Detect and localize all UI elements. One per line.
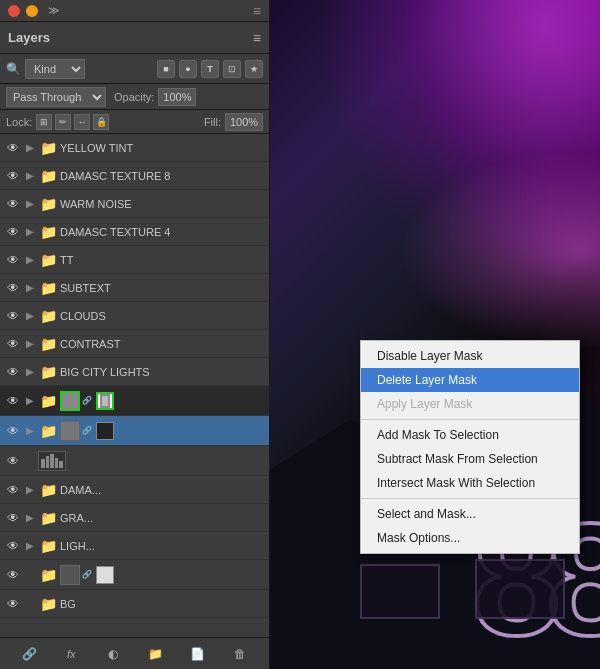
shape-filter-icon[interactable]: ⊡ bbox=[223, 60, 241, 78]
visibility-icon[interactable]: 👁 bbox=[4, 537, 22, 555]
fill-input[interactable] bbox=[225, 113, 263, 131]
layer-gra[interactable]: 👁 ▶ 📁 GRA... bbox=[0, 504, 269, 532]
visibility-icon[interactable]: 👁 bbox=[4, 223, 22, 241]
layer-damasc-4[interactable]: 👁 ▶ 📁 DAMASC TEXTURE 4 bbox=[0, 218, 269, 246]
visibility-icon[interactable]: 👁 bbox=[4, 595, 22, 613]
visibility-icon[interactable]: 👁 bbox=[4, 422, 22, 440]
visibility-icon[interactable]: 👁 bbox=[4, 392, 22, 410]
expand-arrow-icon[interactable]: ▶ bbox=[24, 195, 36, 213]
expand-arrow-icon[interactable]: ▶ bbox=[24, 392, 36, 410]
context-menu-disable-mask[interactable]: Disable Layer Mask bbox=[361, 344, 579, 368]
panel-menu-icon[interactable]: ≡ bbox=[253, 3, 261, 19]
expand-arrow-icon[interactable]: ▶ bbox=[24, 363, 36, 381]
expand-arrow-icon[interactable]: ▶ bbox=[24, 251, 36, 269]
layer-bg[interactable]: 👁 📁 BG bbox=[0, 590, 269, 618]
context-menu-select-and-mask[interactable]: Select and Mask... bbox=[361, 502, 579, 526]
lock-all-icon[interactable]: 🔒 bbox=[93, 114, 109, 130]
layer-subtext[interactable]: 👁 ▶ 📁 SUBTEXT bbox=[0, 274, 269, 302]
expand-arrow-icon[interactable]: ▶ bbox=[24, 279, 36, 297]
expand-arrow-icon[interactable]: ▶ bbox=[24, 139, 36, 157]
expand-arrow-icon[interactable]: ▶ bbox=[24, 422, 36, 440]
layer-dama[interactable]: 👁 ▶ 📁 DAMA... bbox=[0, 476, 269, 504]
lock-move-icon[interactable]: ↔ bbox=[74, 114, 90, 130]
layer-mask-thumbnail bbox=[96, 566, 114, 584]
context-menu-subtract-from-selection[interactable]: Subtract Mask From Selection bbox=[361, 447, 579, 471]
visibility-icon[interactable]: 👁 bbox=[4, 566, 22, 584]
layer-thumbnail bbox=[60, 421, 80, 441]
context-menu-mask-options[interactable]: Mask Options... bbox=[361, 526, 579, 550]
layer-yellow-tint[interactable]: 👁 ▶ 📁 YELLOW TINT bbox=[0, 134, 269, 162]
layer-tt[interactable]: 👁 ▶ 📁 TT bbox=[0, 246, 269, 274]
delete-layer-icon[interactable]: 🗑 bbox=[229, 643, 251, 665]
visibility-icon[interactable]: 👁 bbox=[4, 363, 22, 381]
layer-thumbnail bbox=[60, 391, 80, 411]
visibility-icon[interactable]: 👁 bbox=[4, 139, 22, 157]
smart-filter-icon[interactable]: ★ bbox=[245, 60, 263, 78]
blend-row: Pass Through Normal Multiply Screen Opac… bbox=[0, 84, 269, 110]
layer-ligh[interactable]: 👁 ▶ 📁 LIGH... bbox=[0, 532, 269, 560]
blend-mode-select[interactable]: Pass Through Normal Multiply Screen bbox=[6, 87, 106, 107]
link-layers-icon[interactable]: 🔗 bbox=[18, 643, 40, 665]
visibility-icon[interactable]: 👁 bbox=[4, 279, 22, 297]
canvas-background: 88 Disable Layer Mask Delete Layer Mask … bbox=[270, 0, 600, 669]
layer-masked-2[interactable]: 👁 ▶ 📁 🔗 bbox=[0, 416, 269, 446]
lock-row: Lock: ⊞ ✏ ↔ 🔒 Fill: bbox=[0, 110, 269, 134]
separator-2 bbox=[361, 498, 579, 499]
folder-icon: 📁 bbox=[38, 392, 58, 410]
chain-link-icon: 🔗 bbox=[82, 566, 92, 584]
layers-list[interactable]: 👁 ▶ 📁 YELLOW TINT 👁 ▶ 📁 DAMASC TEXTURE 8… bbox=[0, 134, 269, 637]
dark-overlay-1 bbox=[475, 559, 565, 619]
layer-name: CLOUDS bbox=[60, 310, 265, 322]
adjustment-filter-icon[interactable]: ● bbox=[179, 60, 197, 78]
visibility-icon[interactable]: 👁 bbox=[4, 481, 22, 499]
opacity-input[interactable] bbox=[158, 88, 196, 106]
new-group-icon[interactable]: 📁 bbox=[145, 643, 167, 665]
context-menu-delete-mask[interactable]: Delete Layer Mask bbox=[361, 368, 579, 392]
visibility-icon[interactable]: 👁 bbox=[4, 452, 22, 470]
layer-graph[interactable]: 👁 bbox=[0, 446, 269, 476]
lock-paint-icon[interactable]: ✏ bbox=[55, 114, 71, 130]
layer-warm-noise[interactable]: 👁 ▶ 📁 WARM NOISE bbox=[0, 190, 269, 218]
layer-masked-active[interactable]: 👁 ▶ 📁 🔗 bbox=[0, 386, 269, 416]
context-menu-add-to-selection[interactable]: Add Mask To Selection bbox=[361, 423, 579, 447]
pixel-filter-icon[interactable]: ■ bbox=[157, 60, 175, 78]
folder-icon: 📁 bbox=[38, 481, 58, 499]
new-layer-icon[interactable]: 📄 bbox=[187, 643, 209, 665]
expand-arrow-icon[interactable]: ▶ bbox=[24, 537, 36, 555]
context-menu: Disable Layer Mask Delete Layer Mask App… bbox=[360, 340, 580, 554]
layer-damasc-8[interactable]: 👁 ▶ 📁 DAMASC TEXTURE 8 bbox=[0, 162, 269, 190]
expand-arrow-icon[interactable]: ▶ bbox=[24, 335, 36, 353]
lock-pixels-icon[interactable]: ⊞ bbox=[36, 114, 52, 130]
expand-arrow-icon[interactable]: ▶ bbox=[24, 307, 36, 325]
expand-arrow-icon[interactable]: ▶ bbox=[24, 509, 36, 527]
lock-icons: ⊞ ✏ ↔ 🔒 bbox=[36, 114, 109, 130]
context-menu-intersect-selection[interactable]: Intersect Mask With Selection bbox=[361, 471, 579, 495]
type-filter-icon[interactable]: T bbox=[201, 60, 219, 78]
visibility-icon[interactable]: 👁 bbox=[4, 509, 22, 527]
visibility-icon[interactable]: 👁 bbox=[4, 167, 22, 185]
layer-name: BIG CITY LIGHTS bbox=[60, 366, 265, 378]
expand-arrow-icon[interactable]: ▶ bbox=[24, 167, 36, 185]
expand-arrow-icon[interactable]: ▶ bbox=[24, 481, 36, 499]
expand-arrow-icon bbox=[24, 595, 36, 613]
canvas-area: 88 Disable Layer Mask Delete Layer Mask … bbox=[270, 0, 600, 669]
close-button[interactable] bbox=[8, 5, 20, 17]
panel-options-icon[interactable]: ≡ bbox=[253, 30, 261, 46]
layer-name: BG bbox=[60, 598, 265, 610]
fx-icon[interactable]: fx bbox=[60, 643, 82, 665]
expand-arrow-icon[interactable]: ▶ bbox=[24, 223, 36, 241]
visibility-icon[interactable]: 👁 bbox=[4, 307, 22, 325]
visibility-icon[interactable]: 👁 bbox=[4, 251, 22, 269]
folder-icon: 📁 bbox=[38, 363, 58, 381]
expand-arrow-icon bbox=[24, 452, 36, 470]
kind-select[interactable]: Kind bbox=[25, 59, 85, 79]
add-mask-icon[interactable]: ◐ bbox=[102, 643, 124, 665]
layer-big-city-lights[interactable]: 👁 ▶ 📁 BIG CITY LIGHTS bbox=[0, 358, 269, 386]
folder-icon: 📁 bbox=[38, 422, 58, 440]
layer-linked[interactable]: 👁 📁 🔗 bbox=[0, 560, 269, 590]
visibility-icon[interactable]: 👁 bbox=[4, 335, 22, 353]
minimize-button[interactable] bbox=[26, 5, 38, 17]
layer-clouds[interactable]: 👁 ▶ 📁 CLOUDS bbox=[0, 302, 269, 330]
layer-contrast[interactable]: 👁 ▶ 📁 CONTRAST bbox=[0, 330, 269, 358]
visibility-icon[interactable]: 👁 bbox=[4, 195, 22, 213]
